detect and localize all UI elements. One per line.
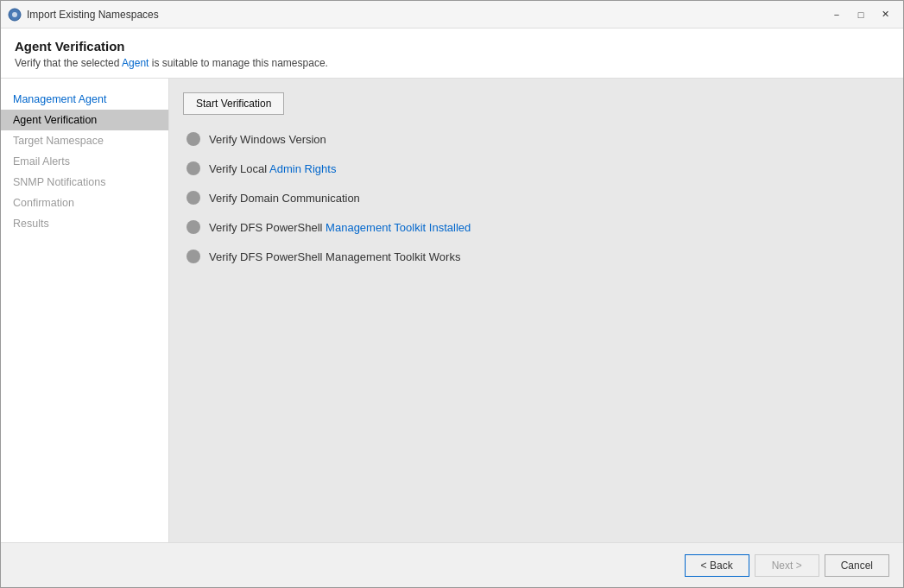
check-label-domain: Verify Domain Communication <box>209 192 360 205</box>
sidebar-item-management-agent[interactable]: Management Agent <box>1 89 168 110</box>
svg-point-1 <box>12 12 17 17</box>
check-label-local-admin: Verify Local Admin Rights <box>209 162 336 175</box>
page-title: Agent Verification <box>15 39 889 54</box>
sidebar-item-target-namespace: Target Namespace <box>1 130 168 151</box>
admin-rights-link[interactable]: Admin Rights <box>269 162 336 175</box>
minimize-button[interactable]: − <box>825 6 848 23</box>
check-icon-dfs-works <box>186 250 200 263</box>
cancel-button[interactable]: Cancel <box>825 554 889 577</box>
check-icon-dfs-installed <box>186 220 200 234</box>
agent-link[interactable]: Agent <box>122 57 149 69</box>
sidebar-item-snmp-notifications: SNMP Notifications <box>1 172 168 193</box>
check-label-windows-version: Verify Windows Version <box>209 133 326 146</box>
back-button[interactable]: < Back <box>685 554 749 577</box>
maximize-button[interactable]: □ <box>850 6 872 23</box>
sidebar-item-confirmation: Confirmation <box>1 193 168 213</box>
title-bar: Import Existing Namespaces − □ ✕ <box>1 1 903 28</box>
check-icon-domain <box>186 191 200 205</box>
main-window: Import Existing Namespaces − □ ✕ Agent V… <box>0 0 904 588</box>
start-verification-button[interactable]: Start Verification <box>183 92 284 115</box>
window-icon <box>8 8 22 22</box>
sidebar-item-email-alerts: Email Alerts <box>1 151 168 172</box>
close-button[interactable]: ✕ <box>874 6 896 23</box>
sidebar-item-agent-verification[interactable]: Agent Verification <box>1 110 168 130</box>
window-title: Import Existing Namespaces <box>27 9 825 21</box>
dfs-installed-link[interactable]: Management Toolkit Installed <box>326 221 471 234</box>
check-local-admin-rights: Verify Local Admin Rights <box>186 161 889 175</box>
sidebar-item-results: Results <box>1 213 168 234</box>
window-controls: − □ ✕ <box>825 6 896 23</box>
content-area: Start Verification Verify Windows Versio… <box>169 79 903 542</box>
header: Agent Verification Verify that the selec… <box>1 28 903 79</box>
check-list: Verify Windows Version Verify Local Admi… <box>183 132 889 263</box>
page-description: Verify that the selected Agent is suitab… <box>15 57 889 69</box>
next-button[interactable]: Next > <box>755 554 819 577</box>
footer: < Back Next > Cancel <box>1 542 903 587</box>
check-dfs-installed: Verify DFS PowerShell Management Toolkit… <box>186 220 889 234</box>
check-icon-local-admin <box>186 161 200 175</box>
check-domain-communication: Verify Domain Communication <box>186 191 889 205</box>
check-label-dfs-works: Verify DFS PowerShell Management Toolkit… <box>209 250 460 263</box>
check-icon-windows-version <box>186 132 200 146</box>
check-dfs-works: Verify DFS PowerShell Management Toolkit… <box>186 250 889 263</box>
check-label-dfs-installed: Verify DFS PowerShell Management Toolkit… <box>209 221 471 234</box>
main-body: Management Agent Agent Verification Targ… <box>1 79 903 542</box>
sidebar: Management Agent Agent Verification Targ… <box>1 79 169 542</box>
check-windows-version: Verify Windows Version <box>186 132 889 146</box>
